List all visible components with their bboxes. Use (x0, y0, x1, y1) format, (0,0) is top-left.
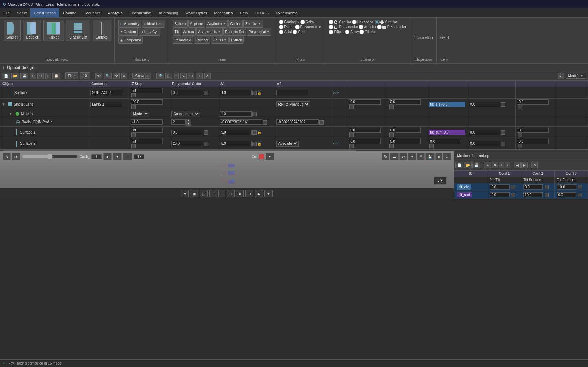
mc-save[interactable]: 💾 (472, 162, 480, 168)
redo-icon[interactable]: ↪ (37, 73, 44, 79)
tilt-surf-c1[interactable] (490, 192, 510, 197)
rel-dropdown[interactable]: Rel. to Previous (276, 101, 310, 107)
mc-refresh[interactable]: ↻ (531, 162, 538, 168)
compound-button[interactable]: ◈ Compound (118, 36, 143, 44)
table-row[interactable]: ▼ Singlet Lens Rel. to Previous (0, 99, 588, 110)
x-button[interactable]: - X (434, 177, 447, 185)
circular-radio[interactable]: Circular (329, 20, 351, 24)
menu-setup[interactable]: Setup (13, 8, 31, 17)
cut-input[interactable] (134, 154, 144, 159)
grating-radio[interactable]: Grating ▼ (279, 20, 300, 24)
vp-save-btn[interactable]: 💾 (425, 153, 435, 160)
circular2-radio[interactable]: Circular (375, 20, 397, 24)
menu-tolerancing[interactable]: Tolerancing (155, 8, 182, 17)
vp-lock-btn[interactable]: ⊙ (3, 153, 11, 160)
hexagonal-radio[interactable]: Hexagonal (352, 20, 374, 24)
expand-toggle[interactable]: ▼ (2, 102, 5, 106)
vp-close-btn[interactable]: ✕ (443, 153, 451, 160)
singlet-button[interactable]: Singlet (4, 20, 21, 41)
save-icon[interactable]: 💾 (20, 73, 28, 79)
vp-box3[interactable]: ⊡ (209, 190, 217, 197)
vp-dropdown-btn[interactable]: ▼ (408, 153, 416, 160)
surface1-tilt4[interactable] (517, 128, 549, 133)
mc-down[interactable]: ↓ (505, 162, 510, 168)
grin-a1[interactable] (220, 119, 262, 125)
settings-icon[interactable]: ≡ (121, 73, 127, 79)
asphere-button[interactable]: Asphere (188, 20, 205, 28)
dropdown-cut[interactable]: ▼ (266, 153, 274, 160)
surface1-tilt3[interactable] (469, 130, 500, 135)
menu-experimental[interactable]: Experimental (272, 8, 302, 17)
table-row[interactable]: Surface 🔒 >>> (0, 87, 588, 99)
surface2-zstep[interactable] (131, 139, 163, 144)
table-row[interactable]: Surface 2 🔒 Absolute <<< (0, 138, 588, 149)
table-row[interactable]: Radial GRIN Profile ▲ ▼ (0, 118, 588, 126)
table-row[interactable]: ▼ Material Model Const. Index (0, 110, 588, 118)
mc-new[interactable]: 📄 (455, 162, 463, 168)
poly-down[interactable]: ▼ (186, 122, 191, 126)
config-icon[interactable]: ⚙ (113, 73, 120, 79)
assembly-button[interactable]: ⬡ Assembly (118, 20, 141, 28)
polynomial-button[interactable]: Polynomial ▼ (247, 28, 271, 36)
config-input[interactable] (91, 154, 102, 159)
surface2-tilt4[interactable] (517, 139, 549, 144)
menu-mechanics[interactable]: Mechanics (211, 8, 236, 17)
target-icon[interactable]: ◎ (558, 73, 564, 79)
sphere-button[interactable]: Sphere (173, 20, 188, 28)
cylinder-button[interactable]: Cylinder (194, 36, 210, 44)
doublet-button[interactable]: Doublet (23, 20, 41, 41)
poly-up[interactable]: ▲ (186, 119, 191, 122)
multiconfig-tilt-ele-row[interactable]: tilt_ele (454, 183, 588, 191)
material-a1[interactable] (220, 111, 252, 117)
tilt-ele-c1[interactable] (490, 184, 510, 190)
material-model-dropdown[interactable]: Model (131, 111, 149, 117)
surface2-tilt1[interactable] (349, 139, 381, 144)
vp-layers-btn[interactable]: ⊞ (417, 153, 425, 160)
vp-arrows-btn[interactable]: ⇔ (399, 153, 407, 160)
ideal-lens-button[interactable]: ⊙ Ideal Lens (142, 20, 165, 28)
surface-polyorder[interactable] (171, 90, 203, 95)
new-icon[interactable]: 📄 (2, 73, 10, 79)
sort-icon[interactable]: ⇅ (180, 73, 187, 79)
lens-tilt1[interactable] (349, 99, 381, 105)
filter2-icon[interactable]: ⊟ (188, 73, 194, 79)
zoom-icon[interactable]: 🔍 (104, 73, 112, 79)
surface2-tilt2[interactable] (389, 139, 421, 144)
paste-icon[interactable]: 📋 (52, 73, 60, 79)
annular-radio[interactable]: Annular (359, 25, 376, 29)
vp-box7[interactable]: ⬡ (245, 190, 253, 197)
surface2-tilt3-a[interactable] (429, 139, 460, 144)
mc-left[interactable]: ◀ (514, 162, 521, 168)
surface-comment[interactable] (90, 90, 122, 95)
vp-box5[interactable]: ⊟ (227, 190, 235, 197)
menu-analysis[interactable]: Analysis (105, 8, 126, 17)
cosine-button[interactable]: Cosine (228, 20, 243, 28)
tilt-ele-c3[interactable] (557, 184, 576, 190)
menu-optimization[interactable]: Optimization (126, 8, 155, 17)
spiral-radio[interactable]: Spiral (300, 20, 315, 24)
tilt-button[interactable]: Tilt (173, 28, 181, 36)
lens-tilt3[interactable] (469, 102, 500, 107)
convert-button[interactable]: Convert (132, 73, 151, 79)
elliptic-radio[interactable]: Elliptic (329, 30, 344, 34)
vp-bar-btn[interactable]: ▬ (390, 153, 399, 160)
open-icon[interactable]: 📂 (11, 73, 19, 79)
anamorphic-button[interactable]: Anamorphic ▼ (196, 28, 223, 36)
view-icon[interactable]: 👁 (95, 73, 102, 79)
lens-zstep[interactable] (131, 99, 163, 105)
polynomial-phase-radio[interactable]: Polynomial ▼ (295, 25, 322, 29)
surface-a2[interactable] (276, 90, 308, 95)
vp-toggle-btn[interactable]: ⬛ (123, 153, 132, 160)
table-row[interactable]: Surface 1 🔒 tilt_surf (0.0) (0, 126, 588, 138)
menu-sequence[interactable]: Sequence (80, 8, 105, 17)
tilt-surf-c2[interactable] (523, 192, 543, 197)
vp-rotate-btn[interactable]: ↻ (382, 153, 389, 160)
menu-help[interactable]: Help (236, 8, 252, 17)
search-icon[interactable]: 🔎 (156, 73, 164, 79)
undo-icon[interactable]: ↩ (30, 73, 36, 79)
surface-button[interactable]: Surface (93, 20, 111, 41)
vp-down-btn[interactable]: ▼ (113, 153, 122, 160)
absolute-dropdown[interactable]: Absolute (276, 141, 299, 147)
const-index-dropdown[interactable]: Const. Index (171, 111, 200, 117)
grin-polyorder[interactable] (171, 119, 186, 125)
